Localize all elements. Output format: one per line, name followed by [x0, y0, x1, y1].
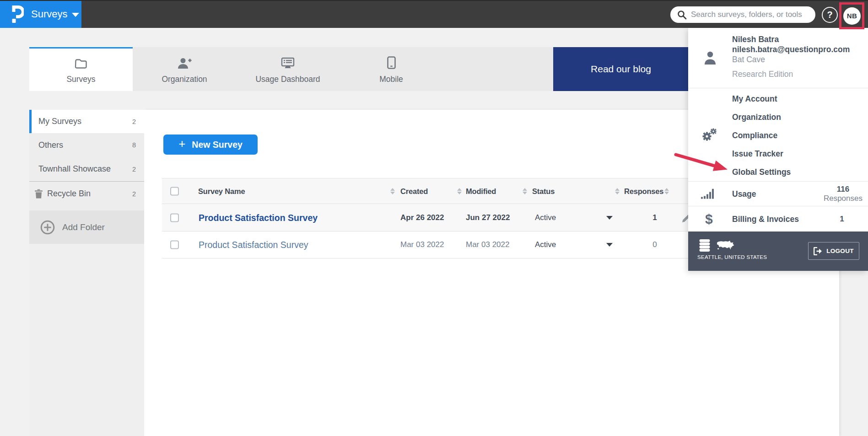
menu-item-label: Usage: [732, 189, 756, 199]
sidebar-item-count: 2: [132, 118, 136, 125]
app-logo-menu[interactable]: Surveys: [0, 1, 81, 28]
profile-organization: Bat Cave: [732, 55, 765, 65]
responses-cell: 0: [649, 240, 660, 249]
search-icon: [677, 10, 687, 20]
menu-item-label: Billing & Invoices: [732, 214, 799, 224]
sidebar-item-label: Townhall Showcase: [38, 164, 111, 174]
usage-stats: 116 Responses: [824, 185, 863, 203]
sidebar-item-my-surveys[interactable]: My Surveys 2: [29, 110, 144, 133]
sidebar-item-label: Recycle Bin: [47, 189, 91, 199]
tab-surveys[interactable]: Surveys: [29, 47, 133, 91]
account-menu: Nilesh Batra nilesh.batra@questionpro.co…: [688, 28, 868, 271]
sidebar-item-count: 2: [132, 166, 136, 173]
sidebar-item-label: My Surveys: [38, 117, 81, 126]
smartphone-icon: [387, 56, 396, 69]
logout-label: LOGOUT: [826, 248, 854, 254]
column-header-modified[interactable]: Modified: [466, 187, 496, 195]
search-input[interactable]: [691, 10, 805, 19]
logout-button[interactable]: LOGOUT: [808, 242, 859, 260]
help-label: ?: [827, 10, 832, 20]
created-cell: Apr 26 2022: [400, 213, 444, 222]
dashboard-icon: [281, 57, 295, 69]
module-tabs: Surveys Organization Usage Dashboard: [29, 47, 553, 91]
add-folder-label: Add Folder: [62, 222, 105, 232]
menu-item-my-account[interactable]: My Account: [688, 90, 868, 108]
billing-value: 1: [821, 215, 863, 224]
menu-item-global-settings[interactable]: Global Settings: [688, 163, 868, 181]
status-cell: Active: [535, 213, 556, 222]
menu-item-billing[interactable]: $ Billing & Invoices 1: [688, 206, 868, 231]
sort-icon[interactable]: [390, 188, 395, 194]
account-menu-footer: SEATTLE, UNITED STATES LOGOUT: [688, 231, 868, 271]
new-survey-button[interactable]: + New Survey: [163, 135, 258, 155]
sidebar-item-label: Others: [38, 140, 63, 150]
sidebar-item-townhall-showcase[interactable]: Townhall Showcase 2: [29, 157, 144, 181]
menu-item-issue-tracker[interactable]: Issue Tracker: [688, 145, 868, 163]
app-menu-label: Surveys: [31, 1, 67, 28]
usage-unit: Responses: [824, 194, 863, 203]
tab-label: Usage Dashboard: [255, 75, 320, 84]
sidebar-item-recycle-bin[interactable]: Recycle Bin 2: [29, 182, 144, 206]
server-location-label: SEATTLE, UNITED STATES: [697, 254, 767, 260]
logout-icon: [814, 247, 822, 255]
tab-usage-dashboard[interactable]: Usage Dashboard: [236, 47, 340, 91]
sort-icon[interactable]: [664, 188, 669, 194]
created-cell: Mar 03 2022: [400, 240, 444, 249]
survey-name-link[interactable]: Product Satisfaction Survey: [199, 212, 318, 223]
sidebar-item-count: 8: [132, 141, 136, 149]
profile-section: Nilesh Batra nilesh.batra@questionpro.co…: [688, 28, 868, 88]
menu-divider: [688, 88, 868, 88]
new-survey-label: New Survey: [192, 140, 243, 150]
profile-edition: Research Edition: [732, 70, 793, 79]
questionpro-logo-icon: [12, 5, 24, 24]
select-all-checkbox[interactable]: [170, 187, 179, 195]
column-header-status[interactable]: Status: [532, 187, 555, 195]
sort-icon[interactable]: [457, 188, 462, 194]
survey-name-link[interactable]: Product Satisfaction Survey: [199, 240, 308, 250]
chevron-down-icon: [72, 13, 79, 17]
folder-icon: [75, 58, 87, 69]
status-dropdown-caret[interactable]: [606, 243, 613, 247]
tab-mobile[interactable]: Mobile: [340, 47, 443, 91]
usa-map-icon: [717, 240, 735, 252]
person-add-icon: [177, 57, 192, 69]
bar-chart-icon: [701, 188, 714, 199]
row-checkbox[interactable]: [170, 213, 179, 222]
tab-label: Organization: [162, 75, 207, 84]
plus-circle-icon: [40, 220, 55, 235]
help-button[interactable]: ?: [822, 7, 838, 23]
trash-icon: [34, 189, 43, 199]
status-cell: Active: [535, 240, 556, 249]
responses-cell: 1: [649, 213, 660, 222]
tab-organization[interactable]: Organization: [133, 47, 236, 91]
menu-item-organization[interactable]: Organization: [688, 108, 868, 126]
column-header-responses[interactable]: Responses: [624, 187, 663, 195]
menu-item-usage[interactable]: Usage 116 Responses: [688, 182, 868, 206]
sort-icon[interactable]: [615, 188, 620, 194]
read-blog-button[interactable]: Read our blog: [553, 47, 689, 91]
sort-icon[interactable]: [523, 188, 527, 194]
dollar-icon: $: [705, 211, 713, 227]
annotation-highlight-box: [839, 2, 864, 29]
column-header-created[interactable]: Created: [400, 187, 428, 195]
modified-cell: Mar 03 2022: [466, 240, 509, 249]
plus-icon: +: [178, 137, 185, 151]
modified-cell: Jun 27 2022: [466, 213, 510, 222]
gears-icon: [701, 128, 717, 142]
tab-label: Mobile: [379, 75, 403, 84]
folders-sidebar: My Surveys 2 Others 8 Townhall Showcase …: [29, 110, 144, 436]
profile-name: Nilesh Batra: [732, 35, 779, 44]
sidebar-item-others[interactable]: Others 8: [29, 133, 144, 157]
usage-value: 116: [824, 185, 863, 194]
row-checkbox[interactable]: [170, 241, 179, 249]
sidebar-spacer: [29, 206, 144, 210]
read-blog-label: Read our blog: [591, 64, 651, 75]
column-header-survey-name[interactable]: Survey Name: [198, 187, 245, 195]
profile-email: nilesh.batra@questionpro.com: [732, 45, 850, 54]
add-folder-button[interactable]: Add Folder: [29, 210, 144, 244]
user-icon: [703, 51, 717, 65]
topbar: Surveys ? NB: [0, 0, 868, 28]
search-bar[interactable]: [670, 6, 815, 23]
status-dropdown-caret[interactable]: [606, 216, 613, 220]
database-icon: [699, 239, 710, 252]
